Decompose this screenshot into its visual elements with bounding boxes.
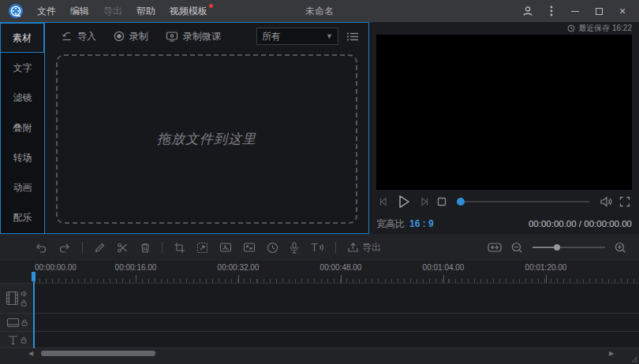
fit-timeline-button[interactable] xyxy=(488,242,502,253)
seek-thumb[interactable] xyxy=(457,198,465,206)
media-filter-select[interactable]: 所有 ▼ xyxy=(256,28,338,45)
text-track-lane[interactable] xyxy=(33,332,639,347)
aspect-ratio-value[interactable]: 16 : 9 xyxy=(409,218,434,229)
overlay-track[interactable] xyxy=(0,314,639,332)
stop-button[interactable] xyxy=(437,197,447,206)
trash-icon xyxy=(140,242,151,254)
playhead-handle[interactable] xyxy=(32,272,36,281)
delete-button[interactable] xyxy=(140,242,151,254)
main-area: 素材 文字 滤镜 叠附 转场 动画 配乐 导入 xyxy=(0,22,639,234)
crop-button[interactable] xyxy=(174,242,185,254)
next-frame-button[interactable] xyxy=(419,196,430,207)
scroll-right-arrow[interactable]: ▶ xyxy=(606,350,617,357)
aspect-ratio-label: 宽高比 xyxy=(376,217,405,231)
scrollbar-track[interactable] xyxy=(36,351,606,356)
sidebar-item-text[interactable]: 文字 xyxy=(1,53,44,83)
window-resize-grip[interactable] xyxy=(631,356,638,363)
volume-icon[interactable] xyxy=(600,196,612,207)
record-lesson-icon xyxy=(166,31,178,42)
track-lock-icon[interactable] xyxy=(21,319,28,326)
play-button[interactable] xyxy=(396,194,412,210)
app-logo-icon xyxy=(8,3,24,19)
sidebar-item-overlays[interactable]: 叠附 xyxy=(1,113,44,143)
ruler-ticks xyxy=(33,279,634,283)
scrollbar-thumb[interactable] xyxy=(41,351,155,356)
track-mute-icon[interactable] xyxy=(21,291,28,297)
menu-edit[interactable]: 编辑 xyxy=(63,0,96,22)
menu-help[interactable]: 帮助 xyxy=(129,0,163,22)
sidebar-item-filters[interactable]: 滤镜 xyxy=(1,83,44,113)
clock-icon xyxy=(567,24,575,32)
prev-frame-button[interactable] xyxy=(378,196,389,207)
speed-button[interactable] xyxy=(219,242,232,253)
redo-icon xyxy=(58,242,71,253)
more-menu-icon[interactable] xyxy=(541,0,562,22)
sidebar-item-media[interactable]: 素材 xyxy=(1,23,44,53)
record-lesson-button[interactable]: 录制微课 xyxy=(159,28,227,46)
fullscreen-icon[interactable] xyxy=(619,196,630,207)
video-track-header xyxy=(0,284,33,313)
zoom-button[interactable] xyxy=(196,242,208,254)
preview-panel: 最近保存 16:22 xyxy=(369,22,639,234)
zoom-out-button[interactable] xyxy=(511,242,523,254)
split-button[interactable] xyxy=(117,242,129,254)
ruler-label: 00:00:00.00 xyxy=(35,263,77,272)
record-button[interactable]: 录制 xyxy=(107,28,155,46)
timeline-ruler[interactable]: 00:00:00.00 00:00:16.00 00:00:32.00 00:0… xyxy=(0,261,639,284)
zoom-in-button[interactable] xyxy=(615,242,626,254)
overlay-track-lane[interactable] xyxy=(33,314,639,331)
text-to-speech-button[interactable] xyxy=(310,242,324,253)
sidebar-item-music[interactable]: 配乐 xyxy=(1,203,44,233)
ruler-label: 00:01:04.00 xyxy=(423,263,465,272)
close-button[interactable]: × xyxy=(612,0,633,22)
playhead-line[interactable] xyxy=(33,272,35,348)
autosave-status: 最近保存 16:22 xyxy=(376,22,632,35)
text-track-icon xyxy=(7,335,19,345)
speed-icon xyxy=(219,242,232,253)
redo-button[interactable] xyxy=(58,242,71,253)
text-track-header xyxy=(0,332,33,347)
ruler-label: 00:01:20.00 xyxy=(525,263,567,272)
titlebar: 文件 编辑 导出 帮助 视频模板 未命名 × xyxy=(0,0,639,22)
notification-badge xyxy=(209,4,213,8)
video-track[interactable] xyxy=(0,284,639,314)
media-panel: 素材 文字 滤镜 叠附 转场 动画 配乐 导入 xyxy=(0,22,369,234)
duration-button[interactable] xyxy=(267,242,278,254)
timeline-zoom-thumb[interactable] xyxy=(554,244,560,251)
scroll-left-arrow[interactable]: ◀ xyxy=(25,350,36,357)
timeline-tracks xyxy=(0,284,639,348)
video-track-lane[interactable] xyxy=(33,284,639,313)
voiceover-button[interactable] xyxy=(290,242,299,254)
chevron-down-icon: ▼ xyxy=(326,32,333,40)
minimize-button[interactable] xyxy=(565,0,585,22)
seek-slider[interactable] xyxy=(457,201,589,202)
menu-file[interactable]: 文件 xyxy=(30,0,63,22)
import-label: 导入 xyxy=(77,30,96,43)
mosaic-icon xyxy=(243,242,256,253)
edit-button[interactable] xyxy=(94,242,106,254)
toolbar-divider xyxy=(82,242,83,253)
track-lock-icon[interactable] xyxy=(21,336,27,344)
sidebar-item-transitions[interactable]: 转场 xyxy=(1,143,44,173)
maximize-button[interactable] xyxy=(589,0,609,22)
text-to-speech-icon xyxy=(310,242,324,253)
account-icon[interactable] xyxy=(518,0,538,22)
text-track[interactable] xyxy=(0,332,639,348)
crop-icon xyxy=(174,242,185,254)
sidebar-item-animations[interactable]: 动画 xyxy=(1,173,44,203)
record-label: 录制 xyxy=(129,30,148,43)
export-button[interactable]: 导出 xyxy=(347,241,381,254)
menu-video-templates[interactable]: 视频模板 xyxy=(163,0,215,22)
import-button[interactable]: 导入 xyxy=(54,28,103,46)
timeline-zoom-slider[interactable] xyxy=(532,247,605,248)
undo-button[interactable] xyxy=(35,242,47,253)
export-icon xyxy=(347,242,359,253)
toolbar-divider xyxy=(162,242,163,253)
mosaic-button[interactable] xyxy=(243,242,256,253)
track-lock-icon[interactable] xyxy=(21,299,27,306)
list-view-icon[interactable] xyxy=(346,32,359,42)
media-panel-content: 导入 录制 录制微课 所有 ▼ xyxy=(44,23,368,233)
microphone-icon xyxy=(290,242,299,254)
media-dropzone[interactable]: 拖放文件到这里 xyxy=(56,54,357,224)
timeline-toolbar: 导出 xyxy=(0,234,639,261)
